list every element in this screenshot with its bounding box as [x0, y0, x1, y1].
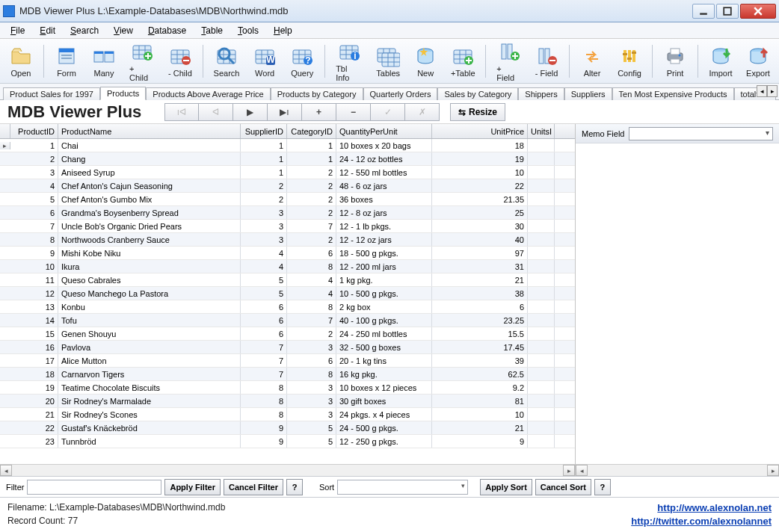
col-UnitPrice[interactable]: UnitPrice [432, 124, 528, 138]
col-SupplierID[interactable]: SupplierID [241, 124, 287, 138]
menu-view[interactable]: View [108, 24, 139, 37]
table-row[interactable]: 18Carnarvon Tigers7816 kg pkg.62.5 [0, 368, 575, 381]
menu-help[interactable]: Help [268, 24, 298, 37]
sort-input[interactable] [337, 480, 468, 495]
toolbar--field-button[interactable]: - Field [530, 43, 563, 79]
menu-table[interactable]: Table [195, 24, 229, 37]
menu-file[interactable]: File [4, 24, 31, 37]
cancel-filter-button[interactable]: Cancel Filter [224, 479, 283, 495]
tab-scroll-right[interactable]: ▸ [767, 85, 778, 97]
tab-product-sales-for-1997[interactable]: Product Sales for 1997 [3, 87, 100, 100]
apply-filter-button[interactable]: Apply Filter [164, 479, 221, 495]
memo-hscroll[interactable]: ◂▸ [576, 464, 779, 476]
toolbar-import-button[interactable]: Import [704, 43, 737, 79]
table-row[interactable]: 19Teatime Chocolate Biscuits8310 boxes x… [0, 381, 575, 395]
toolbar-export-button[interactable]: Export [742, 43, 775, 79]
cancel-sort-button[interactable]: Cancel Sort [535, 479, 591, 495]
nav-remove-button[interactable]: − [336, 103, 371, 121]
filter-help-button[interactable]: ? [286, 479, 303, 495]
tab-sales-by-category[interactable]: Sales by Category [437, 87, 518, 100]
toolbar-tables-button[interactable]: Tables [372, 43, 404, 79]
toolbar--table-button[interactable]: +Table [446, 43, 479, 79]
toolbar-query-button[interactable]: ?Query [286, 43, 318, 79]
table-row[interactable]: 4Chef Anton's Cajun Seasoning2248 - 6 oz… [0, 179, 575, 193]
table-row[interactable]: 3Aniseed Syrup1212 - 550 ml bottles10 [0, 166, 575, 179]
nav-commit-button[interactable]: ✓ [371, 103, 405, 121]
table-row[interactable]: 14Tofu6740 - 100 g pkgs.23.25 [0, 314, 575, 327]
tab-shippers[interactable]: Shippers [518, 87, 564, 100]
close-button[interactable] [740, 4, 776, 19]
maximize-button[interactable] [716, 4, 739, 19]
col-ProductID[interactable]: ProductID [10, 124, 58, 138]
link-website[interactable]: http://www.alexnolan.net [657, 502, 772, 513]
cell-pname: Mishi Kobe Niku [58, 247, 241, 259]
config-icon [618, 44, 641, 68]
table-row[interactable]: 6Grandma's Boysenberry Spread3212 - 8 oz… [0, 206, 575, 220]
grid-body[interactable]: ▸1Chai1110 boxes x 20 bags182Chang1124 -… [0, 139, 575, 464]
tab-scroll-left[interactable]: ◂ [757, 85, 767, 97]
table-row[interactable]: 16Pavlova7332 - 500 g boxes17.45 [0, 341, 575, 354]
tab-ten-most-expensive-products[interactable]: Ten Most Expensive Products [612, 87, 734, 100]
menu-search[interactable]: Search [64, 24, 105, 37]
filter-input[interactable] [27, 480, 161, 495]
nav-cancel-button[interactable]: ✗ [405, 103, 440, 121]
tab-products[interactable]: Products [100, 87, 146, 100]
nav-last-button[interactable]: ▶ı [268, 103, 302, 121]
sort-help-button[interactable]: ? [594, 479, 611, 495]
table-row[interactable]: 13Konbu682 kg box6 [0, 300, 575, 314]
nav-next-button[interactable]: ▶ [233, 103, 268, 121]
link-twitter[interactable]: http://twitter.com/alexnolannet [631, 516, 772, 527]
minimize-button[interactable] [692, 4, 715, 19]
table-row[interactable]: 15Genen Shouyu6224 - 250 ml bottles15.5 [0, 327, 575, 341]
menu-edit[interactable]: Edit [34, 24, 61, 37]
menu-database[interactable]: Database [142, 24, 192, 37]
apply-sort-button[interactable]: Apply Sort [480, 479, 532, 495]
toolbar-new-button[interactable]: New [409, 43, 442, 79]
table-row[interactable]: 22Gustaf's Knäckebröd9524 - 500 g pkgs.2… [0, 421, 575, 435]
memo-field-select[interactable] [629, 127, 773, 140]
table-row[interactable]: 17Alice Mutton7620 - 1 kg tins39 [0, 354, 575, 368]
table-row[interactable]: 9Mishi Kobe Niku4618 - 500 g pkgs.97 [0, 247, 575, 260]
table-row[interactable]: 21Sir Rodney's Scones8324 pkgs. x 4 piec… [0, 408, 575, 421]
col-UnitsInStock[interactable]: UnitsI [528, 124, 555, 138]
nav-prev-button[interactable]: ᐊ [199, 103, 233, 121]
toolbar-many-button[interactable]: Many [87, 43, 120, 79]
table-row[interactable]: 7Uncle Bob's Organic Dried Pears3712 - 1… [0, 220, 575, 233]
table-row[interactable]: 23Tunnbröd9512 - 250 g pkgs.9 [0, 435, 575, 448]
toolbar-open-button[interactable]: Open [4, 43, 37, 79]
cell-units [528, 381, 555, 394]
toolbar-word-button[interactable]: WWord [248, 43, 281, 79]
col-QuantityPerUnit[interactable]: QuantityPerUnit [336, 124, 432, 138]
table-row[interactable]: 5Chef Anton's Gumbo Mix2236 boxes21.35 [0, 193, 575, 206]
resize-button[interactable]: ⇆ Resize [450, 103, 505, 121]
table-row[interactable]: 2Chang1124 - 12 oz bottles19 [0, 152, 575, 166]
nav-add-button[interactable]: + [302, 103, 336, 121]
tab-quarterly-orders[interactable]: Quarterly Orders [363, 87, 438, 100]
table-row[interactable]: 8Northwoods Cranberry Sauce3212 - 12 oz … [0, 233, 575, 247]
nav-first-button[interactable]: ıᐊ [164, 103, 199, 121]
toolbar--field-button[interactable]: + Field [492, 38, 526, 84]
table-row[interactable]: 12Queso Manchego La Pastora5410 - 500 g … [0, 287, 575, 300]
toolbar--child-button[interactable]: - Child [164, 43, 197, 79]
tab-suppliers[interactable]: Suppliers [564, 87, 612, 100]
tab-products-above-average-price[interactable]: Products Above Average Price [146, 87, 270, 100]
toolbar-form-button[interactable]: Form [50, 43, 83, 79]
grid-hscroll[interactable]: ◂▸ [0, 464, 575, 476]
toolbar-config-button[interactable]: Config [613, 43, 646, 79]
toolbar-search-button[interactable]: Search [209, 43, 244, 79]
toolbar--child-button[interactable]: + Child [125, 38, 159, 84]
cell-cid: 2 [287, 206, 336, 219]
toolbar-print-button[interactable]: Print [659, 43, 692, 79]
col-CategoryID[interactable]: CategoryID [287, 124, 336, 138]
table-row[interactable]: 11Queso Cabrales541 kg pkg.21 [0, 273, 575, 287]
table-row[interactable]: ▸1Chai1110 boxes x 20 bags18 [0, 139, 575, 152]
table-row[interactable]: 10Ikura4812 - 200 ml jars31 [0, 260, 575, 273]
table-row[interactable]: 20Sir Rodney's Marmalade8330 gift boxes8… [0, 395, 575, 408]
toolbar-alter-button[interactable]: Alter [576, 43, 609, 79]
cell-units [528, 408, 555, 421]
col-ProductName[interactable]: ProductName [58, 124, 241, 138]
grid-pane: ProductID ProductName SupplierID Categor… [0, 124, 576, 476]
menu-tools[interactable]: Tools [232, 24, 265, 37]
toolbar-tbl-info-button[interactable]: iTbl Info [331, 38, 367, 84]
tab-products-by-category[interactable]: Products by Category [271, 87, 363, 100]
